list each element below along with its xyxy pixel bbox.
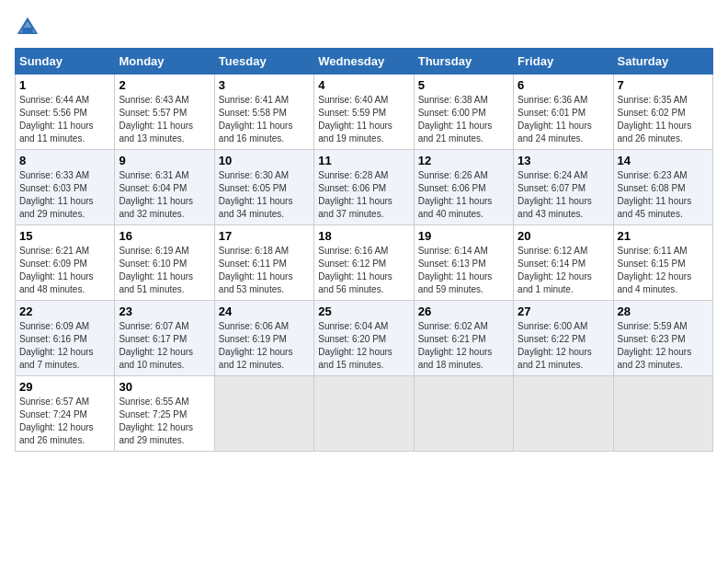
calendar-cell: 8Sunrise: 6:33 AM Sunset: 6:03 PM Daylig…	[16, 150, 115, 225]
day-number: 5	[418, 78, 509, 92]
day-number: 26	[418, 304, 509, 318]
calendar-row: 29Sunrise: 6:57 AM Sunset: 7:24 PM Dayli…	[16, 376, 713, 452]
svg-rect-2	[22, 28, 32, 34]
day-info: Sunrise: 6:11 AM Sunset: 6:15 PM Dayligh…	[618, 245, 709, 296]
calendar-row: 1Sunrise: 6:44 AM Sunset: 5:56 PM Daylig…	[16, 75, 713, 150]
day-info: Sunrise: 6:18 AM Sunset: 6:11 PM Dayligh…	[219, 245, 310, 296]
day-number: 18	[318, 229, 409, 243]
calendar-row: 8Sunrise: 6:33 AM Sunset: 6:03 PM Daylig…	[16, 150, 713, 225]
calendar-cell: 7Sunrise: 6:35 AM Sunset: 6:02 PM Daylig…	[613, 75, 712, 150]
day-number: 9	[119, 154, 210, 167]
day-number: 11	[318, 154, 409, 167]
day-number: 8	[19, 154, 110, 167]
calendar-cell: 14Sunrise: 6:23 AM Sunset: 6:08 PM Dayli…	[613, 150, 712, 225]
day-info: Sunrise: 6:44 AM Sunset: 5:56 PM Dayligh…	[19, 94, 110, 145]
calendar-cell: 27Sunrise: 6:00 AM Sunset: 6:22 PM Dayli…	[514, 301, 613, 376]
weekday-header: Monday	[115, 49, 214, 75]
calendar-cell	[214, 376, 313, 452]
day-number: 21	[618, 229, 709, 243]
calendar-cell: 29Sunrise: 6:57 AM Sunset: 7:24 PM Dayli…	[16, 376, 115, 452]
day-info: Sunrise: 6:40 AM Sunset: 5:59 PM Dayligh…	[318, 94, 409, 145]
day-info: Sunrise: 6:30 AM Sunset: 6:05 PM Dayligh…	[219, 169, 310, 221]
day-info: Sunrise: 6:06 AM Sunset: 6:19 PM Dayligh…	[219, 320, 310, 372]
day-number: 6	[518, 78, 609, 92]
day-number: 12	[418, 154, 509, 167]
calendar-cell: 30Sunrise: 6:55 AM Sunset: 7:25 PM Dayli…	[115, 376, 214, 452]
day-number: 7	[618, 78, 709, 92]
weekday-header: Thursday	[414, 49, 513, 75]
day-number: 2	[119, 78, 210, 92]
calendar-cell	[514, 376, 613, 452]
weekday-header: Sunday	[16, 49, 115, 75]
calendar-cell: 15Sunrise: 6:21 AM Sunset: 6:09 PM Dayli…	[16, 225, 115, 301]
day-info: Sunrise: 6:21 AM Sunset: 6:09 PM Dayligh…	[19, 245, 110, 296]
day-info: Sunrise: 6:55 AM Sunset: 7:25 PM Dayligh…	[119, 396, 210, 447]
calendar-table: SundayMondayTuesdayWednesdayThursdayFrid…	[15, 48, 713, 452]
page-header	[15, 15, 713, 40]
weekday-header: Wednesday	[314, 49, 414, 75]
calendar-cell: 4Sunrise: 6:40 AM Sunset: 5:59 PM Daylig…	[314, 75, 414, 150]
day-number: 16	[119, 229, 210, 243]
weekday-header: Friday	[514, 49, 613, 75]
calendar-row: 22Sunrise: 6:09 AM Sunset: 6:16 PM Dayli…	[16, 301, 713, 376]
day-info: Sunrise: 6:12 AM Sunset: 6:14 PM Dayligh…	[518, 245, 609, 296]
day-number: 1	[19, 78, 110, 92]
calendar-cell: 5Sunrise: 6:38 AM Sunset: 6:00 PM Daylig…	[414, 75, 513, 150]
calendar-cell: 22Sunrise: 6:09 AM Sunset: 6:16 PM Dayli…	[16, 301, 115, 376]
calendar-cell: 17Sunrise: 6:18 AM Sunset: 6:11 PM Dayli…	[214, 225, 313, 301]
day-number: 19	[418, 229, 509, 243]
day-number: 22	[19, 304, 110, 318]
calendar-cell: 19Sunrise: 6:14 AM Sunset: 6:13 PM Dayli…	[414, 225, 513, 301]
day-number: 10	[219, 154, 310, 167]
day-number: 29	[19, 380, 110, 394]
day-number: 30	[119, 380, 210, 394]
day-info: Sunrise: 6:00 AM Sunset: 6:22 PM Dayligh…	[518, 320, 609, 372]
weekday-header: Saturday	[613, 49, 712, 75]
calendar-cell: 1Sunrise: 6:44 AM Sunset: 5:56 PM Daylig…	[16, 75, 115, 150]
day-info: Sunrise: 6:28 AM Sunset: 6:06 PM Dayligh…	[318, 169, 409, 221]
day-info: Sunrise: 6:19 AM Sunset: 6:10 PM Dayligh…	[119, 245, 210, 296]
calendar-cell: 11Sunrise: 6:28 AM Sunset: 6:06 PM Dayli…	[314, 150, 414, 225]
calendar-cell: 28Sunrise: 5:59 AM Sunset: 6:23 PM Dayli…	[613, 301, 712, 376]
logo-icon	[15, 15, 40, 40]
calendar-cell	[613, 376, 712, 452]
calendar-cell: 13Sunrise: 6:24 AM Sunset: 6:07 PM Dayli…	[514, 150, 613, 225]
calendar-cell: 12Sunrise: 6:26 AM Sunset: 6:06 PM Dayli…	[414, 150, 513, 225]
calendar-cell: 25Sunrise: 6:04 AM Sunset: 6:20 PM Dayli…	[314, 301, 414, 376]
day-number: 4	[318, 78, 409, 92]
calendar-cell: 3Sunrise: 6:41 AM Sunset: 5:58 PM Daylig…	[214, 75, 313, 150]
day-number: 28	[618, 304, 709, 318]
day-info: Sunrise: 6:02 AM Sunset: 6:21 PM Dayligh…	[418, 320, 509, 372]
day-number: 15	[19, 229, 110, 243]
day-number: 24	[219, 304, 310, 318]
day-info: Sunrise: 6:35 AM Sunset: 6:02 PM Dayligh…	[618, 94, 709, 145]
day-info: Sunrise: 6:16 AM Sunset: 6:12 PM Dayligh…	[318, 245, 409, 296]
calendar-cell	[314, 376, 414, 452]
day-info: Sunrise: 6:04 AM Sunset: 6:20 PM Dayligh…	[318, 320, 409, 372]
calendar-cell: 2Sunrise: 6:43 AM Sunset: 5:57 PM Daylig…	[115, 75, 214, 150]
day-info: Sunrise: 6:57 AM Sunset: 7:24 PM Dayligh…	[19, 396, 110, 447]
calendar-cell: 10Sunrise: 6:30 AM Sunset: 6:05 PM Dayli…	[214, 150, 313, 225]
calendar-row: 15Sunrise: 6:21 AM Sunset: 6:09 PM Dayli…	[16, 225, 713, 301]
day-number: 14	[618, 154, 709, 167]
day-info: Sunrise: 6:38 AM Sunset: 6:00 PM Dayligh…	[418, 94, 509, 145]
day-info: Sunrise: 5:59 AM Sunset: 6:23 PM Dayligh…	[618, 320, 709, 372]
calendar-cell	[414, 376, 513, 452]
calendar-cell: 9Sunrise: 6:31 AM Sunset: 6:04 PM Daylig…	[115, 150, 214, 225]
day-number: 3	[219, 78, 310, 92]
calendar-header: SundayMondayTuesdayWednesdayThursdayFrid…	[16, 49, 713, 75]
day-info: Sunrise: 6:33 AM Sunset: 6:03 PM Dayligh…	[19, 169, 110, 221]
day-info: Sunrise: 6:36 AM Sunset: 6:01 PM Dayligh…	[518, 94, 609, 145]
calendar-cell: 6Sunrise: 6:36 AM Sunset: 6:01 PM Daylig…	[514, 75, 613, 150]
day-number: 20	[518, 229, 609, 243]
calendar-cell: 23Sunrise: 6:07 AM Sunset: 6:17 PM Dayli…	[115, 301, 214, 376]
day-info: Sunrise: 6:26 AM Sunset: 6:06 PM Dayligh…	[418, 169, 509, 221]
day-info: Sunrise: 6:41 AM Sunset: 5:58 PM Dayligh…	[219, 94, 310, 145]
day-info: Sunrise: 6:24 AM Sunset: 6:07 PM Dayligh…	[518, 169, 609, 221]
logo	[15, 15, 44, 40]
weekday-header: Tuesday	[214, 49, 313, 75]
day-number: 13	[518, 154, 609, 167]
day-number: 25	[318, 304, 409, 318]
day-info: Sunrise: 6:14 AM Sunset: 6:13 PM Dayligh…	[418, 245, 509, 296]
day-info: Sunrise: 6:07 AM Sunset: 6:17 PM Dayligh…	[119, 320, 210, 372]
